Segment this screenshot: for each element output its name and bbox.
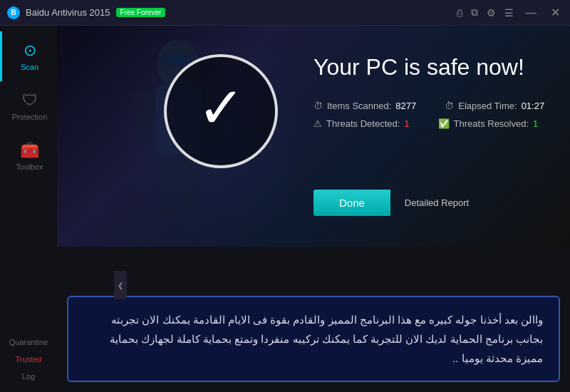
content-area: ✓ Your PC is safe now! ⏱ Items Scanned: … <box>57 26 570 392</box>
elapsed-time-label: Elapsed Time: <box>458 100 517 111</box>
gear-icon[interactable]: ⚙ <box>487 7 496 19</box>
stat-elapsed-time: ⏱ Elapsed Time: 01:27 <box>445 100 544 111</box>
warning-icon: ⚠ <box>314 118 322 129</box>
titlebar: B Baidu Antivirus 2015 Free Forever ⎙ ⧉ … <box>0 0 570 26</box>
app-logo: B <box>7 6 20 19</box>
app-title: Baidu Antivirus 2015 <box>26 7 110 18</box>
sidebar-item-scan[interactable]: ⊙ Scan <box>0 31 57 81</box>
titlebar-left: B Baidu Antivirus 2015 Free Forever <box>7 6 457 19</box>
minimize-button[interactable]: — <box>522 6 539 19</box>
items-scanned-value: 8277 <box>395 100 416 111</box>
close-button[interactable]: ✕ <box>548 6 563 19</box>
copy-icon[interactable]: ⧉ <box>471 6 478 19</box>
stat-threats-resolved: ✅ Threats Resolved: 1 <box>438 118 539 129</box>
threats-detected-value: 1 <box>404 118 409 129</box>
checkmark-small-icon: ✅ <box>438 118 450 129</box>
threats-resolved-label: Threats Resolved: <box>454 118 529 129</box>
clock-icon-2: ⏱ <box>445 100 454 111</box>
sidebar-item-toolbox[interactable]: 🧰 Toolbox <box>0 131 57 181</box>
scan-icon: ⊙ <box>24 41 36 60</box>
menu-icon[interactable]: ☰ <box>504 7 514 19</box>
share-icon[interactable]: ⎙ <box>457 7 462 19</box>
threats-resolved-value: 1 <box>533 118 538 129</box>
sidebar-collapse-button[interactable]: ❮ <box>114 271 127 299</box>
stat-threats-detected: ⚠ Threats Detected: 1 <box>314 118 410 129</box>
stats-row-2: ⚠ Threats Detected: 1 ✅ Threats Resolved… <box>314 118 556 129</box>
safe-section: Your PC is safe now! ⏱ Items Scanned: 82… <box>314 54 556 136</box>
stats-row-1: ⏱ Items Scanned: 8277 ⏱ Elapsed Time: 01… <box>314 100 556 111</box>
detailed-report-button[interactable]: Detailed Report <box>390 190 483 215</box>
check-circle: ✓ <box>164 54 278 168</box>
sidebar-bottom: Quarantine Trusted Log <box>0 334 57 392</box>
done-button[interactable]: Done <box>314 190 390 216</box>
elapsed-time-value: 01:27 <box>522 100 545 111</box>
checkmark-icon: ✓ <box>197 80 245 137</box>
clock-icon-1: ⏱ <box>314 100 323 111</box>
action-row: Done Detailed Report <box>314 190 483 216</box>
main-layout: ⊙ Scan 🛡 Protection 🧰 Toolbox Quarantine… <box>0 26 570 392</box>
check-circle-area: ✓ <box>164 54 278 168</box>
sidebar: ⊙ Scan 🛡 Protection 🧰 Toolbox Quarantine… <box>0 26 57 392</box>
threats-detected-label: Threats Detected: <box>326 118 400 129</box>
svg-rect-2 <box>133 88 154 142</box>
log-link[interactable]: Log <box>0 368 57 385</box>
arabic-text-box: واالن بعد أخذنا جوله كبيره مع هذا البرنا… <box>67 296 560 382</box>
chevron-left-icon: ❮ <box>118 282 123 289</box>
stat-items-scanned: ⏱ Items Scanned: 8277 <box>314 100 416 111</box>
safe-title: Your PC is safe now! <box>314 54 556 81</box>
arabic-text-content: واالن بعد أخذنا جوله كبيره مع هذا البرنا… <box>84 310 543 368</box>
titlebar-controls: ⎙ ⧉ ⚙ ☰ — ✕ <box>457 6 563 19</box>
items-scanned-label: Items Scanned: <box>327 100 391 111</box>
scan-label: Scan <box>21 63 38 71</box>
free-badge: Free Forever <box>116 8 166 17</box>
sidebar-item-protection[interactable]: 🛡 Protection <box>0 81 57 131</box>
toolbox-label: Toolbox <box>16 163 43 171</box>
trusted-link[interactable]: Trusted <box>0 351 57 368</box>
protection-label: Protection <box>12 113 48 121</box>
toolbox-icon: 🧰 <box>20 141 39 160</box>
quarantine-link[interactable]: Quarantine <box>0 334 57 351</box>
protection-icon: 🛡 <box>22 91 38 110</box>
